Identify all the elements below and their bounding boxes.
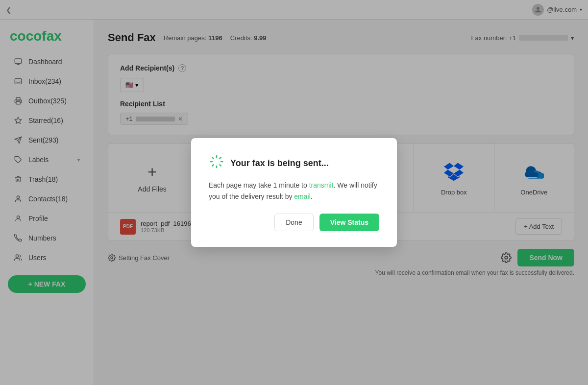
transmit-link: transmit (309, 181, 334, 189)
email-link: email (294, 192, 310, 200)
modal-header: Your fax is being sent... (209, 154, 379, 173)
modal-title: Your fax is being sent... (230, 158, 329, 168)
view-status-button[interactable]: View Status (319, 214, 379, 231)
fax-sent-modal: Your fax is being sent... Each page may … (191, 138, 397, 247)
modal-body: Each page may take 1 minute to transmit.… (209, 180, 379, 202)
modal-actions: Done View Status (209, 214, 379, 231)
done-button[interactable]: Done (274, 214, 313, 231)
modal-overlay: Your fax is being sent... Each page may … (0, 0, 588, 385)
sending-icon (209, 154, 224, 173)
